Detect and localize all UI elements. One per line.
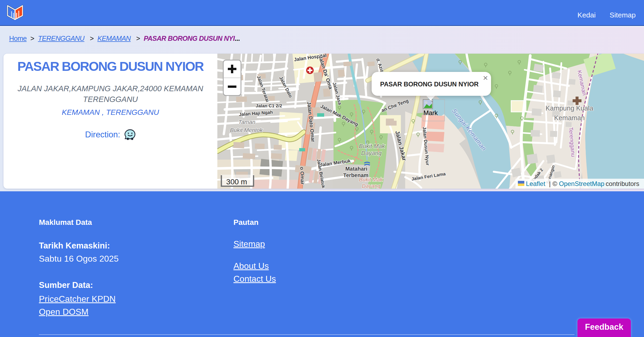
svg-text:×: × [483,73,488,83]
svg-text:|: | [549,180,551,187]
svg-text:Mark: Mark [423,109,438,116]
svg-text:Bukit Mak: Bukit Mak [359,143,385,149]
svg-text:©: © [552,180,557,187]
svg-text:Kampung Kuala: Kampung Kuala [546,104,593,112]
svg-text:Kemaman: Kemaman [554,114,585,122]
svg-text:Taman: Taman [238,119,255,125]
svg-text:Bukit Mak: Bukit Mak [359,177,383,182]
svg-text:Leaflet: Leaflet [526,180,545,187]
svg-text:Dayang: Dayang [361,150,382,156]
svg-text:PASAR BORONG DUSUN NYIOR: PASAR BORONG DUSUN NYIOR [380,80,479,88]
svg-text:contributors: contributors [606,180,639,187]
svg-text:Dayang: Dayang [362,183,380,189]
svg-text:OpenStreetMap: OpenStreetMap [559,180,604,187]
svg-text:Bukit Mentok: Bukit Mentok [230,127,263,133]
svg-text:Matahari: Matahari [345,166,367,172]
svg-text:Jalan C1 2/2: Jalan C1 2/2 [256,103,282,108]
svg-text:o Omar: o Omar [299,167,305,185]
svg-text:300 m: 300 m [226,178,247,186]
